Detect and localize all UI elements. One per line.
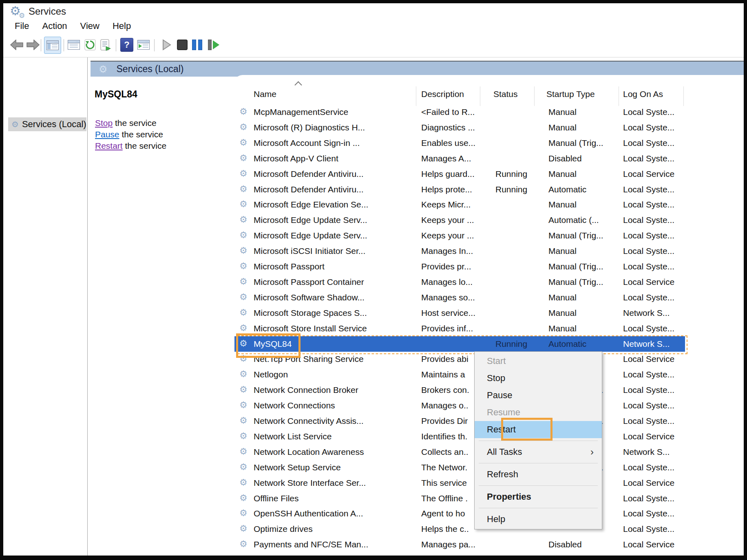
table-row[interactable]: ⚙Network Store Interface Ser...This serv… (234, 475, 685, 491)
table-row[interactable]: ⚙Microsoft Storage Spaces S...Host servi… (234, 305, 685, 321)
context-menu-item-properties[interactable]: Properties (475, 488, 602, 505)
table-row[interactable]: ⚙Microsoft Defender Antiviru...Helps gua… (234, 166, 685, 182)
service-gear-icon: ⚙ (239, 351, 248, 367)
table-row[interactable]: ⚙Microsoft Account Sign-in ...Enables us… (234, 135, 685, 151)
properties-icon: ∙∙∙ (68, 40, 80, 50)
table-row[interactable]: ⚙Microsoft Software Shadow...Manages so.… (234, 290, 685, 305)
column-header-status[interactable]: Status (493, 87, 518, 101)
table-row[interactable]: ⚙Network Setup ServiceThe Networ.Manual … (234, 460, 685, 475)
title-bar: ⚙⚙ Services (3, 3, 744, 19)
table-row[interactable]: ⚙Microsoft iSCSI Initiator Ser...Manages… (234, 243, 685, 259)
cell-name: Microsoft (R) Diagnostics H... (254, 120, 365, 135)
toolbar-separator (116, 39, 116, 51)
table-row[interactable]: ⚙Network ConnectionsManages o..Local Sys… (234, 398, 685, 413)
task-link-stop[interactable]: Stop the service (95, 118, 157, 128)
column-divider[interactable] (534, 86, 535, 106)
service-gear-icon: ⚙ (239, 135, 248, 151)
cell-startup-type: Automatic (... (548, 212, 599, 228)
pause-service-icon (192, 40, 196, 50)
context-menu-item-stop[interactable]: Stop (475, 370, 602, 387)
table-row[interactable]: ⚙OpenSSH Authentication A...Agent to hoL… (234, 506, 685, 521)
context-menu-item-restart[interactable]: Restart (475, 421, 602, 438)
table-row[interactable]: ⚙Microsoft Store Install ServiceProvides… (234, 321, 685, 336)
stop-service-button[interactable] (176, 37, 188, 53)
cell-log-on-as: Local Syste... (623, 151, 674, 166)
column-divider[interactable] (619, 86, 619, 106)
table-row[interactable]: ⚙Microsoft Edge Update Serv...Keeps your… (234, 212, 685, 228)
restart-service-icon (208, 40, 212, 50)
menu-separator (479, 441, 598, 441)
table-row[interactable]: ⚙Network Connection BrokerBrokers con.Ma… (234, 382, 685, 398)
column-divider[interactable] (480, 86, 480, 106)
forward-button[interactable] (26, 37, 40, 53)
column-divider[interactable] (416, 86, 416, 106)
menu-file[interactable]: File (8, 21, 35, 31)
help-button[interactable]: ? (120, 37, 134, 53)
task-link-action[interactable]: Restart (95, 141, 123, 150)
panel-divider[interactable] (87, 57, 88, 556)
table-row[interactable]: ⚙Network List ServiceIdentifies th.Local… (234, 429, 685, 444)
cell-startup-type: Manual (548, 243, 577, 259)
task-link-action[interactable]: Stop (95, 118, 113, 128)
tree-item-services-local[interactable]: ⚙ Services (Local) (8, 117, 86, 131)
table-row[interactable]: ⚙Net.Tcp Port Sharing ServiceProvides ab… (234, 351, 685, 367)
column-header-name[interactable]: Name (254, 87, 276, 101)
table-row[interactable]: ⚙Microsoft (R) Diagnostics H...Diagnosti… (234, 120, 685, 135)
cell-startup-type: Disabled (548, 151, 582, 166)
toolbar-separator (154, 39, 155, 51)
show-console-tree-button[interactable]: ∙∙∙ (44, 37, 61, 54)
show-action-pane-button[interactable]: ∙∙∙ (136, 37, 151, 53)
cell-name: Net.Tcp Port Sharing Service (254, 351, 364, 367)
refresh-button[interactable] (83, 37, 97, 53)
table-row[interactable]: ⚙McpManagementService<Failed to R...Manu… (234, 104, 685, 120)
table-row[interactable]: ⚙Optimize drivesHelps the c..Local Syste… (234, 521, 685, 537)
restart-service-button[interactable] (206, 37, 221, 53)
menu-separator (479, 508, 598, 508)
back-button[interactable] (10, 37, 24, 53)
menu-action[interactable]: Action (35, 21, 73, 31)
context-menu-item-refresh[interactable]: Refresh (475, 466, 602, 483)
menu-separator (479, 463, 598, 463)
context-menu-item-all-tasks[interactable]: All Tasks› (475, 443, 602, 461)
context-menu-item-pause[interactable]: Pause (475, 387, 602, 404)
task-link-action[interactable]: Pause (95, 130, 119, 139)
column-header-log-on-as[interactable]: Log On As (623, 87, 663, 101)
cell-log-on-as: Local Syste... (623, 321, 674, 336)
table-row[interactable]: ⚙Microsoft App-V ClientManages A...Disab… (234, 151, 685, 166)
table-row-selected[interactable]: ⚙MySQL84RunningAutomaticNetwork S... (234, 336, 685, 352)
table-row[interactable]: ⚙Payments and NFC/SE Man...Manages pa...… (234, 537, 685, 552)
properties-button[interactable]: ∙∙∙ (67, 37, 81, 53)
start-service-button[interactable] (161, 37, 173, 53)
table-row[interactable]: ⚙Microsoft Passport ContainerManages lo.… (234, 274, 685, 290)
services-console-window: ⚙⚙ Services FileActionViewHelp ∙∙∙ ∙∙∙ (0, 0, 747, 560)
cell-description: This service (421, 475, 467, 491)
task-link-pause[interactable]: Pause the service (95, 130, 163, 139)
table-row[interactable]: ⚙Network Connectivity Assis...Provides D… (234, 413, 685, 429)
cell-startup-type: Disabled (548, 537, 582, 552)
table-row[interactable]: ⚙Microsoft Edge Elevation Se...Keeps Mic… (234, 197, 685, 212)
menu-view[interactable]: View (74, 21, 106, 31)
table-row[interactable]: ⚙Network Location AwarenessCollects an..… (234, 444, 685, 460)
context-menu-item-help[interactable]: Help (475, 511, 602, 528)
table-row[interactable]: ⚙Microsoft Edge Update Serv...Keeps your… (234, 228, 685, 243)
table-row[interactable]: ⚙Performance Counter DLL ...Enables...Ma… (234, 552, 685, 556)
menu-help[interactable]: Help (106, 21, 137, 31)
column-header-startup-type[interactable]: Startup Type (546, 87, 595, 101)
table-row[interactable]: ⚙Microsoft Defender Antiviru...Helps pro… (234, 182, 685, 197)
column-header-description[interactable]: Description (421, 87, 464, 101)
export-list-button[interactable] (99, 37, 113, 53)
cell-description: Diagnostics ... (421, 120, 475, 135)
table-row[interactable]: ⚙Microsoft PassportProvides pr...Manual … (234, 259, 685, 274)
task-link-rest: the service (113, 118, 156, 128)
pause-service-button[interactable] (191, 37, 203, 53)
task-link-restart[interactable]: Restart the service (95, 141, 166, 151)
column-divider[interactable] (683, 86, 684, 106)
service-gear-icon: ⚙ (239, 120, 248, 135)
context-menu: StartStopPauseResumeRestartAll Tasks›Ref… (474, 351, 602, 529)
table-row[interactable]: ⚙NetlogonMaintains aLocal Syste... (234, 367, 685, 382)
table-row[interactable]: ⚙Offline FilesThe Offline .Local Syste..… (234, 491, 685, 506)
service-gear-icon: ⚙ (239, 398, 248, 413)
context-menu-item-label: Properties (487, 492, 531, 502)
cell-log-on-as: Local Syste... (623, 491, 674, 506)
service-gear-icon: ⚙ (239, 491, 248, 506)
